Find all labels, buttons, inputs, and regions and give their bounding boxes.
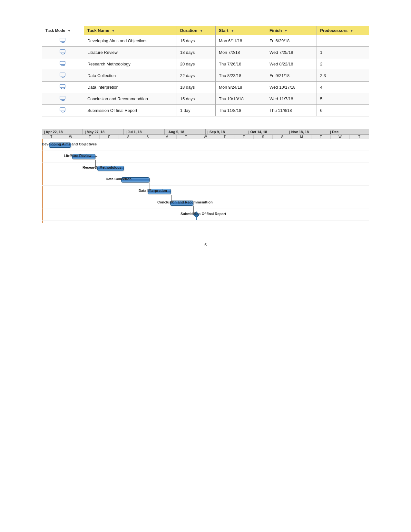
- page-number: 5: [42, 242, 369, 247]
- gantt-month-headers: | Apr 22, 18| May 27, 18| Jul 1, 18| Aug…: [42, 129, 369, 135]
- predecessors-sort-icon[interactable]: ▼: [350, 29, 353, 33]
- gantt-row: Data Collection: [42, 174, 369, 186]
- gantt-connector-h: [95, 156, 97, 157]
- col-header-predecessors[interactable]: Predecessors ▼: [317, 26, 369, 35]
- finish-cell: Fri 6/29/18: [266, 35, 317, 47]
- duration-cell: 18 days: [177, 82, 215, 93]
- gantt-day-label: T: [350, 135, 369, 139]
- gantt-day-label: S: [119, 135, 138, 139]
- gantt-connector-v: [171, 195, 172, 201]
- col-header-finish[interactable]: Finish ▼: [266, 26, 317, 35]
- table-row: Data Interpretion18 daysMon 9/24/18Wed 1…: [42, 82, 369, 93]
- task-mode-icon: [59, 61, 66, 66]
- task-mode-icon: [59, 107, 66, 113]
- gantt-month-label: | Dec: [328, 129, 369, 134]
- col-header-start[interactable]: Start ▼: [216, 26, 266, 35]
- task-name-cell: Developing Aims and Objectives: [84, 35, 177, 47]
- col-header-task-mode[interactable]: Task Mode ▼: [42, 26, 84, 35]
- gantt-day-label: W: [331, 135, 350, 139]
- gantt-bar-label: Data Interpretion: [139, 189, 167, 192]
- gantt-row: Developing Aims and Objectives: [42, 139, 369, 151]
- task-mode-cell: [42, 70, 84, 82]
- gantt-row: Submission Of final Report: [42, 209, 369, 221]
- gantt-arrow: [192, 212, 195, 214]
- duration-sort-icon[interactable]: ▼: [200, 29, 203, 33]
- predecessors-cell: 1: [317, 47, 369, 58]
- finish-sort-icon[interactable]: ▼: [284, 29, 288, 33]
- task-name-cell: Litrature Review: [84, 47, 177, 58]
- start-sort-icon[interactable]: ▼: [231, 29, 234, 33]
- gantt-canvas: Developing Aims and ObjectivesLitrature …: [42, 139, 369, 223]
- task-name-sort-icon[interactable]: ▼: [112, 29, 115, 33]
- svg-rect-6: [60, 73, 65, 76]
- gantt-bar-label: Data Collection: [106, 177, 132, 181]
- task-mode-sort-icon[interactable]: ▼: [67, 29, 71, 33]
- svg-rect-0: [60, 38, 65, 41]
- start-cell: Thu 8/23/18: [216, 70, 266, 82]
- gantt-day-labels: TWTFSSMTWTFSSMTWT: [42, 135, 369, 139]
- gantt-row: Litrature Review: [42, 151, 369, 163]
- gantt-row: Research Methodology: [42, 163, 369, 174]
- gantt-connector-v: [124, 172, 124, 178]
- task-name-cell: Data Collection: [84, 70, 177, 82]
- gantt-month-label: | Sep 9, 18: [206, 129, 247, 134]
- table-section: Task Mode ▼ Task Name ▼ Duration ▼ Start…: [42, 26, 369, 116]
- task-mode-icon: [59, 95, 66, 101]
- duration-cell: 20 days: [177, 58, 215, 70]
- gantt-day-label: S: [273, 135, 292, 139]
- svg-rect-2: [60, 50, 65, 53]
- task-name-cell: Research Methodology: [84, 58, 177, 70]
- gantt-day-label: M: [292, 135, 311, 139]
- gantt-day-label: W: [61, 135, 81, 139]
- gantt-month-label: | Oct 14, 18: [246, 129, 287, 134]
- gantt-month-label: | Jul 1, 18: [124, 129, 165, 134]
- gantt-chart-wrapper: | Apr 22, 18| May 27, 18| Jul 1, 18| Aug…: [42, 129, 369, 223]
- gantt-bar-label: Research Methodology: [83, 165, 122, 169]
- finish-cell: Wed 10/17/18: [266, 82, 317, 93]
- duration-cell: 15 days: [177, 93, 215, 105]
- svg-rect-4: [60, 61, 65, 64]
- gantt-day-label: T: [215, 135, 234, 139]
- gantt-day-label: F: [234, 135, 254, 139]
- gantt-month-label: | Aug 5, 18: [165, 129, 206, 134]
- start-cell: Mon 9/24/18: [216, 82, 266, 93]
- task-name-cell: Data Interpretion: [84, 82, 177, 93]
- predecessors-cell: 4: [317, 82, 369, 93]
- col-header-duration[interactable]: Duration ▼: [177, 26, 215, 35]
- svg-rect-12: [60, 108, 65, 111]
- task-mode-icon: [59, 84, 66, 90]
- task-mode-icon: [59, 49, 66, 55]
- gantt-bar-label: Litrature Review: [64, 154, 92, 158]
- duration-cell: 1 day: [177, 105, 215, 116]
- col-header-task-name[interactable]: Task Name ▼: [84, 26, 177, 35]
- duration-cell: 22 days: [177, 70, 215, 82]
- gantt-table: Task Mode ▼ Task Name ▼ Duration ▼ Start…: [42, 26, 369, 116]
- start-cell: Thu 10/18/18: [216, 93, 266, 105]
- finish-cell: Wed 11/7/18: [266, 93, 317, 105]
- gantt-connector-v: [95, 160, 96, 166]
- start-cell: Mon 6/11/18: [216, 35, 266, 47]
- gantt-arrow: [149, 189, 151, 191]
- gantt-arrow: [171, 201, 173, 203]
- start-cell: Thu 11/8/18: [216, 105, 266, 116]
- gantt-connector-v: [150, 183, 150, 190]
- task-mode-cell: [42, 58, 84, 70]
- finish-cell: Fri 9/21/18: [266, 70, 317, 82]
- task-mode-cell: [42, 47, 84, 58]
- gantt-bar-label: Submission Of final Report: [181, 212, 226, 216]
- page: Task Mode ▼ Task Name ▼ Duration ▼ Start…: [0, 0, 411, 532]
- gantt-arrow: [70, 154, 73, 156]
- gantt-arrow: [123, 178, 125, 180]
- finish-cell: Thu 11/8/18: [266, 105, 317, 116]
- task-mode-cell: [42, 93, 84, 105]
- predecessors-cell: 2: [317, 58, 369, 70]
- predecessors-cell: 2,3: [317, 70, 369, 82]
- predecessors-cell: [317, 35, 369, 47]
- start-cell: Thu 7/26/18: [216, 58, 266, 70]
- gantt-day-label: W: [196, 135, 215, 139]
- gantt-day-label: T: [42, 135, 61, 139]
- table-row: Research Methodology20 daysThu 7/26/18We…: [42, 58, 369, 70]
- task-name-cell: Conclusion and Recommendtion: [84, 93, 177, 105]
- gantt-day-label: T: [80, 135, 100, 139]
- gantt-milestone-tick: [196, 217, 197, 220]
